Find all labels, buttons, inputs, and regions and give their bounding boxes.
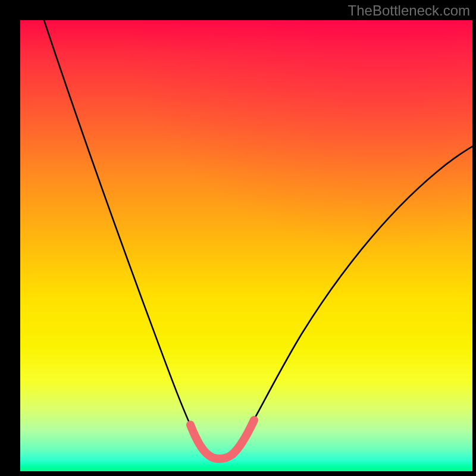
plot-area: [20, 20, 472, 471]
watermark-text: TheBottleneck.com: [348, 2, 470, 19]
bottleneck-curve: [44, 20, 472, 458]
chart-stage: TheBottleneck.com: [0, 0, 476, 476]
highlight-pink-band: [190, 420, 254, 459]
curve-layer: [20, 20, 472, 471]
